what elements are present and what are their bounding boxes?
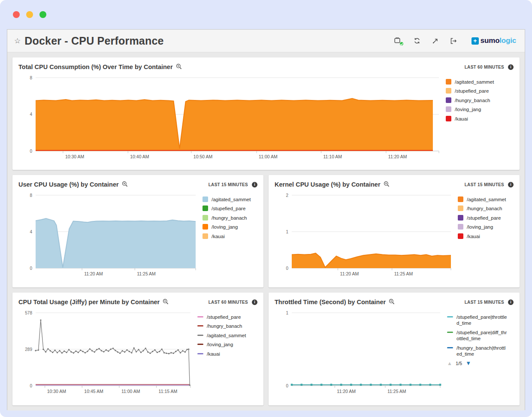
legend-item[interactable]: /loving_jang <box>197 341 257 348</box>
info-icon[interactable]: i <box>508 64 514 70</box>
chart-svg: 04811:20 AM11:25 AM <box>18 191 198 279</box>
sumologic-logo[interactable]: + sumologic <box>472 36 516 45</box>
chart-svg: 01211:20 AM11:25 AM <box>275 191 453 279</box>
time-range: LAST 15 MINUTES i <box>465 299 514 305</box>
panel-cpu-total-usage-jiffy: CPU Total Usage (Jiffy) per Minute by Co… <box>12 293 263 405</box>
chart-row: 04811:20 AM11:25 AM /agitated_sammet/stu… <box>18 191 257 279</box>
favorite-star-icon[interactable]: ☆ <box>14 36 21 45</box>
legend-item[interactable]: /agitated_sammet <box>203 196 257 202</box>
window-minimize-button[interactable] <box>26 11 33 18</box>
capture-dashboard-button[interactable] <box>394 37 402 44</box>
zoom-in-icon[interactable] <box>122 181 128 189</box>
legend-label: /kauai <box>207 351 220 357</box>
svg-text:0: 0 <box>286 266 288 271</box>
time-range-label: LAST 15 MINUTES <box>209 182 248 187</box>
zoom-in-icon[interactable] <box>163 299 169 306</box>
svg-text:11:25 AM: 11:25 AM <box>394 271 413 276</box>
svg-text:0: 0 <box>30 149 32 154</box>
window-zoom-button[interactable] <box>39 11 46 18</box>
svg-text:11:10 AM: 11:10 AM <box>323 154 342 159</box>
info-icon[interactable]: i <box>252 182 257 187</box>
legend-item[interactable]: /hungry_banach <box>203 215 257 221</box>
time-range-label: LAST 60 MINUTES <box>465 65 504 70</box>
legend-square-marker <box>458 196 463 202</box>
legend-square-marker <box>446 88 451 94</box>
legend-label: /kauai <box>212 233 225 239</box>
legend-square-marker <box>203 233 208 239</box>
legend-item[interactable]: /hungry_banach <box>458 205 514 212</box>
legend-item[interactable]: /hungry_banach <box>446 97 514 103</box>
svg-text:4: 4 <box>30 230 32 234</box>
legend-label: /agitated_sammet <box>212 196 251 202</box>
app-window: ☆ Docker - CPU Performance <box>7 29 525 410</box>
info-icon[interactable]: i <box>508 299 514 305</box>
window-close-button[interactable] <box>13 11 20 18</box>
legend-dash-marker <box>197 316 203 317</box>
legend-item[interactable]: /stupefied_pare <box>203 205 257 212</box>
chart-legend: /stupefied_pare/hungry_banach/agitated_s… <box>193 309 257 397</box>
area-chart-total-cpu[interactable]: 04810:30 AM10:40 AM10:50 AM11:00 AM11:10… <box>18 74 441 162</box>
svg-text:11:20 AM: 11:20 AM <box>84 271 103 276</box>
expand-arrow-icon <box>432 38 438 44</box>
legend-square-marker <box>446 106 451 112</box>
legend-square-marker <box>458 205 463 211</box>
legend-dash-marker <box>197 344 203 345</box>
legend-item[interactable]: /stupefied_pare <box>446 88 514 94</box>
refresh-button[interactable] <box>414 37 420 44</box>
expand-button[interactable] <box>432 38 438 44</box>
area-chart-kernel-cpu[interactable]: 01211:20 AM11:25 AM <box>275 191 453 279</box>
legend-item[interactable]: /hungry_banach <box>197 323 257 329</box>
panel-title: CPU Total Usage (Jiffy) per Minute by Co… <box>18 299 160 305</box>
zoom-in-icon[interactable] <box>384 181 390 189</box>
zoom-in-icon[interactable] <box>176 63 182 71</box>
legend-page-down-icon[interactable]: ▼ <box>466 360 471 366</box>
legend-label: /kauai <box>467 233 480 239</box>
legend-item[interactable]: /kauai <box>446 116 514 122</box>
legend-item[interactable]: /agitated_sammet <box>197 332 257 338</box>
legend-item[interactable]: /agitated_sammet <box>458 196 514 202</box>
header-actions <box>394 37 457 44</box>
chart-legend: /agitated_sammet/stupefied_pare/hungry_b… <box>441 74 514 162</box>
legend-square-marker <box>458 215 463 221</box>
legend-item[interactable]: /loving_jang <box>446 106 514 112</box>
panel-header: User CPU Usage (%) by Container LAST 15 … <box>18 179 257 190</box>
chart-legend: /agitated_sammet/hungry_banach/stupefied… <box>453 191 514 279</box>
legend-square-marker <box>446 79 451 85</box>
legend-item[interactable]: /stupefied_pare <box>458 215 514 221</box>
legend-item[interactable]: /kauai <box>203 233 257 239</box>
panel-header: Kernel CPU Usage (%) by Container LAST 1… <box>275 179 514 190</box>
legend-item[interactable]: /loving_jang <box>458 224 514 230</box>
svg-text:4: 4 <box>30 112 32 117</box>
legend-square-marker <box>446 97 451 103</box>
panel-kernel-cpu-usage: Kernel CPU Usage (%) by Container LAST 1… <box>269 175 520 287</box>
time-range-label: LAST 60 MINUTES <box>209 300 248 305</box>
time-range-label: LAST 15 MINUTES <box>465 182 504 187</box>
info-icon[interactable]: i <box>508 182 514 187</box>
legend-item[interactable]: /loving_jang <box>203 224 257 230</box>
info-icon[interactable]: i <box>252 299 257 305</box>
svg-text:0: 0 <box>30 384 32 388</box>
legend-item[interactable]: /kauai <box>197 351 257 357</box>
zoom-in-icon[interactable] <box>389 299 395 306</box>
chart-row: 0111:20 AM11:25 AM /stupefied_pare|throt… <box>275 309 514 397</box>
line-chart-throttled-time[interactable]: 0111:20 AM11:25 AM <box>275 309 443 397</box>
area-chart-user-cpu[interactable]: 04811:20 AM11:25 AM <box>18 191 198 279</box>
legend-item[interactable]: /stupefied_pare|throttled_time <box>447 314 514 326</box>
export-button[interactable] <box>450 38 457 44</box>
legend-item[interactable]: /agitated_sammet <box>446 79 514 85</box>
legend-item[interactable]: /stupefied_pare|diff_throttled_time <box>447 329 514 342</box>
legend-page-up-icon[interactable]: ▲ <box>447 360 452 366</box>
sumologic-plus-badge: + <box>472 37 479 45</box>
chart-legend: /stupefied_pare|throttled_time/stupefied… <box>443 309 514 397</box>
legend-label: /stupefied_pare <box>467 215 501 221</box>
line-chart-cpu-jiffy[interactable]: 028957810:30 AM10:45 AM11:00 AM11:15 AM <box>18 309 193 397</box>
legend-item[interactable]: /hungry_banach|throttled_time <box>447 345 514 357</box>
svg-text:10:40 AM: 10:40 AM <box>130 154 149 159</box>
legend-item[interactable]: /kauai <box>458 233 514 239</box>
window-titlebar <box>0 0 532 29</box>
refresh-icon <box>414 37 420 44</box>
legend-square-marker <box>203 196 208 202</box>
panel-user-cpu-usage: User CPU Usage (%) by Container LAST 15 … <box>12 175 263 287</box>
legend-item[interactable]: /stupefied_pare <box>197 314 257 320</box>
legend-dash-marker <box>447 332 453 333</box>
